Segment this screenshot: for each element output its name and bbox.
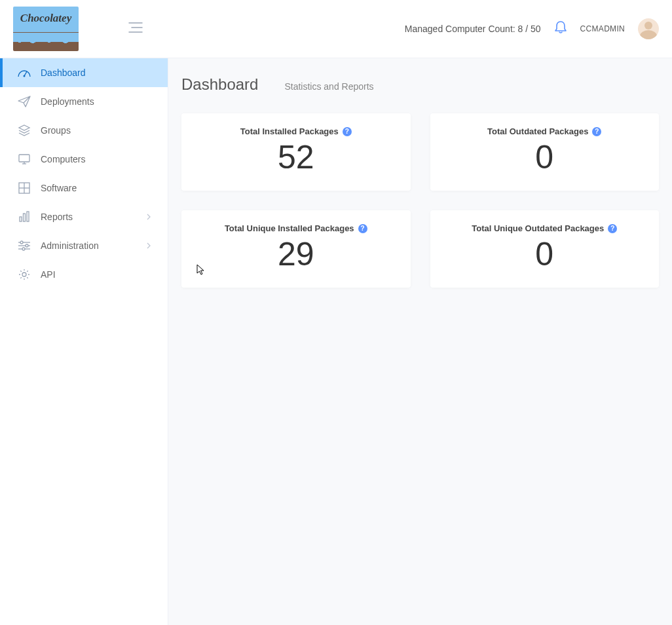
sidebar-item-label: Reports [41, 212, 73, 222]
sidebar-item-label: Groups [41, 125, 71, 136]
page-title: Dashboard [181, 75, 258, 94]
svg-rect-12 [24, 214, 26, 221]
card-title: Total Unique Outdated Packages [472, 223, 604, 233]
monitor-icon [17, 153, 31, 165]
paper-plane-icon [17, 96, 31, 107]
sidebar-item-label: Administration [41, 240, 99, 251]
grid-icon [17, 182, 31, 194]
layers-icon [17, 124, 31, 136]
chevron-right-icon [147, 212, 151, 222]
svg-rect-11 [20, 217, 22, 221]
chevron-right-icon [147, 240, 151, 251]
help-icon[interactable]: ? [343, 127, 352, 136]
svg-rect-5 [19, 155, 29, 162]
sidebar-item-software[interactable]: Software [0, 174, 168, 202]
sidebar-item-deployments[interactable]: Deployments [0, 87, 168, 116]
sidebar-item-label: Computers [41, 154, 85, 164]
card-value: 52 [195, 141, 398, 174]
svg-line-4 [24, 71, 27, 76]
computer-count: Managed Computer Count: 8 / 50 [405, 24, 541, 34]
page-subtitle: Statistics and Reports [284, 81, 373, 92]
logo-decor [13, 33, 79, 42]
card-title: Total Installed Packages [240, 126, 339, 136]
header: Chocolatey Managed Computer Count: 8 / 5… [0, 0, 672, 58]
sidebar-item-dashboard[interactable]: Dashboard [0, 58, 168, 87]
avatar[interactable] [638, 18, 659, 39]
card-value: 0 [443, 238, 646, 271]
svg-point-19 [22, 248, 25, 250]
sidebar-item-administration[interactable]: Administration [0, 231, 168, 260]
card-total-installed-packages: Total Installed Packages ? 52 [181, 113, 411, 191]
bell-icon [554, 20, 567, 35]
svg-point-20 [22, 273, 26, 276]
card-total-unique-outdated-packages: Total Unique Outdated Packages ? 0 [430, 210, 660, 288]
help-icon[interactable]: ? [592, 127, 601, 136]
notifications-button[interactable] [554, 20, 567, 37]
card-total-unique-installed-packages: Total Unique Installed Packages ? 29 [181, 210, 411, 288]
svg-point-17 [26, 244, 28, 247]
sidebar: Dashboard Deployments Groups Computers S… [0, 58, 168, 625]
hamburger-icon [128, 22, 143, 33]
logo-text: Chocolatey [13, 12, 79, 25]
sidebar-item-label: Software [41, 183, 77, 193]
card-value: 0 [443, 141, 646, 174]
sidebar-item-label: Dashboard [41, 67, 86, 78]
sidebar-item-label: Deployments [41, 96, 94, 107]
svg-rect-13 [27, 212, 29, 221]
sidebar-item-api[interactable]: API [0, 260, 168, 289]
stat-cards: Total Installed Packages ? 52 Total Outd… [181, 113, 659, 288]
gear-icon [17, 269, 31, 280]
sidebar-item-label: API [41, 269, 56, 280]
username-label[interactable]: CCMADMIN [580, 24, 625, 33]
header-right: Managed Computer Count: 8 / 50 CCMADMIN [405, 18, 659, 39]
logo[interactable]: Chocolatey [13, 7, 79, 51]
card-total-outdated-packages: Total Outdated Packages ? 0 [430, 113, 660, 191]
svg-point-15 [20, 241, 23, 244]
sliders-icon [17, 240, 31, 251]
sidebar-item-computers[interactable]: Computers [0, 145, 168, 174]
card-title: Total Unique Installed Packages [225, 223, 354, 233]
menu-toggle-button[interactable] [128, 22, 143, 36]
sidebar-item-groups[interactable]: Groups [0, 116, 168, 145]
card-value: 29 [195, 238, 398, 271]
sidebar-item-reports[interactable]: Reports [0, 202, 168, 231]
card-title: Total Outdated Packages [487, 126, 588, 136]
help-icon[interactable]: ? [358, 224, 367, 233]
dashboard-icon [17, 67, 31, 78]
main-content: Dashboard Statistics and Reports Total I… [168, 58, 672, 625]
chart-icon [17, 211, 31, 223]
page-header: Dashboard Statistics and Reports [181, 75, 659, 94]
help-icon[interactable]: ? [608, 224, 617, 233]
